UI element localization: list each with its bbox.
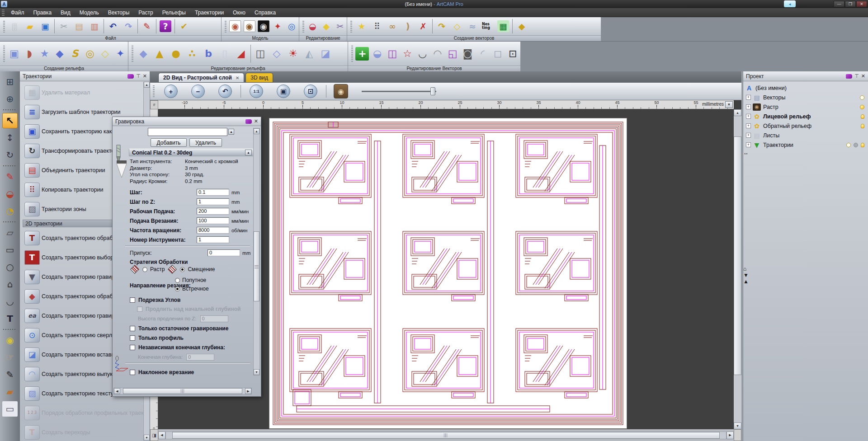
profile-only-checkbox[interactable] (130, 335, 135, 341)
vector-select-icon[interactable]: ▱ (2, 225, 18, 240)
close-panel-icon[interactable]: ✕ (861, 73, 865, 79)
scroll-down-icon[interactable]: ▼ (144, 435, 150, 441)
scroll-left-icon[interactable]: ◀ (114, 388, 120, 394)
ramp-entry-checkbox[interactable] (130, 370, 135, 375)
droplet-tool-icon[interactable]: ◉ (2, 333, 18, 348)
visibility-bulb-icon[interactable] (861, 124, 864, 128)
panel-home-button[interactable]: ⌂ (743, 266, 868, 272)
zoom-object-button[interactable]: ◉ (334, 84, 348, 99)
menu-item[interactable]: Окно (228, 9, 250, 17)
rectangle-tool-icon[interactable]: ▭ (2, 242, 18, 258)
tree-expander-icon[interactable]: + (746, 104, 751, 109)
relief-dome-icon[interactable]: ● (168, 45, 184, 63)
tool-section-header[interactable]: Conical Flat 0.2 - 30deg ▲ (129, 149, 254, 156)
zoom-selection-icon[interactable]: ⊞ (2, 74, 18, 89)
relief-teardrop-icon[interactable]: ◗ (22, 45, 37, 63)
panel-rollup-button[interactable]: ▲ (743, 278, 868, 285)
model-sheet[interactable] (269, 118, 627, 428)
dialog-vscroll-thumb[interactable] (254, 231, 259, 301)
copy-icon[interactable]: ▤ (71, 19, 87, 33)
dialog-hscroll-thumb[interactable] (123, 388, 242, 394)
raster-vase-icon[interactable]: ◒ (306, 19, 320, 33)
relief-extrude-icon[interactable]: ◆ (52, 45, 67, 63)
transform-icon[interactable]: ↻ (2, 147, 18, 163)
independent-depth-checkbox[interactable] (130, 345, 135, 350)
relief-diamond-icon[interactable]: ◇ (269, 45, 285, 63)
menu-item[interactable]: Векторы (104, 9, 134, 17)
canvas-horizontal-scrollbar[interactable]: ◨ ◀ ▶ (150, 429, 741, 441)
toolpath-ramps[interactable]: T Создать переходы (20, 422, 150, 441)
tree-back-relief[interactable]: + ✿ Обратный рельеф (745, 121, 867, 131)
help-book-icon[interactable]: ? (158, 19, 173, 33)
visibility-bulb-icon[interactable] (854, 143, 858, 147)
vector-nodes-icon[interactable]: ⠿ (369, 19, 385, 33)
vector-curve-arrow-icon[interactable]: ↷ (434, 19, 449, 33)
trowel-icon[interactable]: ◆ (514, 19, 529, 33)
menu-item[interactable]: Рельефы (158, 9, 190, 17)
eraser-tool-icon[interactable]: ▭ (2, 401, 18, 417)
raster-trim-icon[interactable]: ✂ (333, 19, 347, 33)
visibility-bulb-icon[interactable] (861, 143, 864, 147)
tree-toolpaths[interactable]: + ▼ Траектории (745, 140, 867, 150)
close-button[interactable]: ✕ (856, 1, 867, 7)
zoom-all-button[interactable]: ⊡ (304, 84, 317, 98)
zoom-out-button[interactable]: − (191, 84, 205, 98)
tree-raster[interactable]: + ◉ Растр (745, 102, 867, 112)
parameter-input[interactable]: 1 (197, 236, 229, 243)
scroll-right-icon[interactable]: ▶ (245, 388, 251, 394)
chisel-tool-icon[interactable]: ▰ (2, 384, 18, 399)
tab-3d-view[interactable]: 3D вид (245, 73, 273, 83)
tree-expander-icon[interactable]: + (746, 133, 751, 138)
model-check-icon[interactable]: ✔ (176, 19, 192, 33)
relief-twist-icon[interactable]: ✦ (113, 45, 128, 63)
vector-arc-icon[interactable]: ) (400, 19, 415, 33)
nesting-icon[interactable]: Nes ting (480, 19, 495, 33)
zoom-in-button[interactable]: + (164, 84, 178, 98)
ruler-unit-dropdown[interactable]: ▼ (725, 101, 733, 108)
tree-expander-icon[interactable]: + (746, 142, 751, 147)
scroll-up-icon[interactable]: ▲ (254, 128, 259, 134)
delete-tool-button[interactable]: Удалить (189, 138, 222, 147)
corner-trim-checkbox[interactable] (130, 297, 135, 303)
open-model-icon[interactable]: ▰ (22, 19, 38, 33)
relief-angle-icon[interactable]: ◭ (301, 45, 317, 63)
tree-expander-icon[interactable]: + (746, 123, 751, 128)
menu-item[interactable]: Траектории (190, 9, 228, 17)
help-book-icon[interactable] (846, 74, 852, 79)
dialog-vertical-scrollbar[interactable]: ▲ ▼ (253, 128, 260, 375)
vscroll-thumb[interactable] (734, 136, 741, 375)
zoom-slider-handle[interactable] (430, 87, 435, 95)
vector-folder-icon[interactable]: ★ (354, 19, 369, 33)
relief-block-icon[interactable]: ▯ (217, 45, 233, 63)
climb-radio[interactable] (175, 278, 180, 283)
extend-height-input[interactable]: 0 (200, 315, 228, 322)
toolpath-profile-order[interactable]: 1 2 3 Порядок обработки профильных траек… (20, 403, 150, 422)
vector-measure-arc-icon[interactable]: ◡ (415, 45, 430, 63)
visibility-bulb-icon[interactable] (846, 143, 851, 147)
relief-scatter-icon[interactable]: ∴ (184, 45, 200, 63)
ruler-corner-button[interactable]: # (150, 100, 158, 109)
polygon-tool-icon[interactable]: ⌂ (2, 277, 18, 292)
parameter-input[interactable]: 0.1 (197, 189, 229, 196)
scroll-up-icon[interactable]: ▲ (144, 82, 150, 88)
relief-cage-icon[interactable]: ◫ (252, 45, 269, 63)
close-panel-icon[interactable]: ✕ (143, 73, 147, 79)
relief-wizard-icon[interactable]: ◢ (233, 45, 249, 63)
tree-vectors[interactable]: + ▤ Векторы (745, 93, 867, 102)
hscroll-thumb[interactable] (172, 432, 720, 439)
rest-engraving-checkbox[interactable] (130, 326, 135, 331)
menu-item[interactable]: Вид (56, 9, 75, 17)
circle-tool-icon[interactable]: ○ (2, 259, 18, 275)
collapse-section-icon[interactable]: ▲ (245, 150, 252, 155)
model-invert-icon[interactable]: ◉ (256, 19, 270, 33)
vector-offset-icon[interactable]: ◇ (449, 19, 465, 33)
visibility-bulb-icon[interactable] (860, 105, 864, 109)
save-model-icon[interactable]: ▣ (38, 19, 53, 33)
undo-icon[interactable]: ↶ (105, 19, 121, 33)
menu-item[interactable]: Растр (134, 9, 157, 17)
new-model-icon[interactable]: ▯ (7, 19, 22, 33)
vector-bridge-icon[interactable]: ≈ (465, 19, 480, 33)
cut-icon[interactable]: ✂ (56, 19, 71, 33)
vector-cut-icon[interactable]: ✗ (415, 19, 431, 33)
vector-clip-icon[interactable]: ◻ (490, 45, 505, 63)
